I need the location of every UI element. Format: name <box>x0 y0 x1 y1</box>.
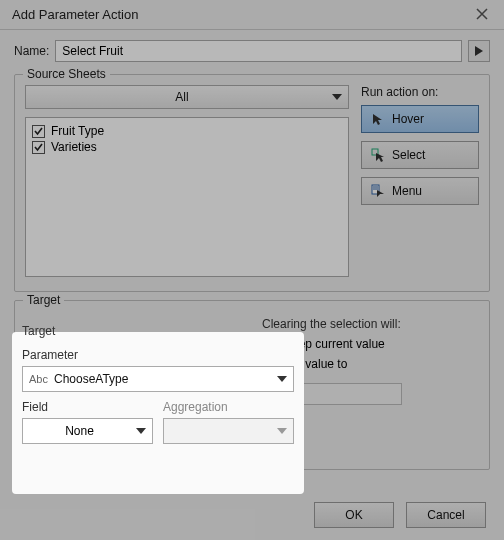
run-on-select-label: Select <box>392 148 425 162</box>
field-select[interactable]: None <box>22 418 153 444</box>
cursor-hover-icon <box>370 111 386 127</box>
name-row: Name: <box>14 40 490 62</box>
cursor-select-icon <box>370 147 386 163</box>
source-sheets-group: Source Sheets All Fruit Type <box>14 74 490 292</box>
close-icon[interactable] <box>468 2 496 27</box>
run-action-on-label: Run action on: <box>361 85 479 99</box>
run-on-hover-button[interactable]: Hover <box>361 105 479 133</box>
chevron-down-icon <box>277 426 287 436</box>
aggregation-label: Aggregation <box>163 400 294 414</box>
field-value: None <box>29 424 130 438</box>
window-title: Add Parameter Action <box>12 7 138 22</box>
chevron-down-icon <box>277 374 287 384</box>
aggregation-select <box>163 418 294 444</box>
name-label: Name: <box>14 44 49 58</box>
action-insert-button[interactable] <box>468 40 490 62</box>
chevron-down-icon <box>136 426 146 436</box>
checkbox-icon[interactable] <box>32 125 45 138</box>
run-on-menu-label: Menu <box>392 184 422 198</box>
name-input[interactable] <box>55 40 462 62</box>
parameter-label: Parameter <box>22 348 294 362</box>
sheet-label: Varieties <box>51 140 97 154</box>
target-legend-bg: Target <box>23 293 64 307</box>
field-label: Field <box>22 400 153 414</box>
chevron-down-icon <box>332 92 342 102</box>
parameter-value: ChooseAType <box>54 372 271 386</box>
target-group: Target Parameter Abc ChooseAType Field N… <box>12 332 304 494</box>
title-bar: Add Parameter Action <box>0 0 504 30</box>
ok-button[interactable]: OK <box>314 502 394 528</box>
sheet-checkbox-row[interactable]: Varieties <box>32 140 342 154</box>
run-on-menu-button[interactable]: Menu <box>361 177 479 205</box>
checkbox-icon[interactable] <box>32 141 45 154</box>
run-on-hover-label: Hover <box>392 112 424 126</box>
scope-select[interactable]: All <box>25 85 349 109</box>
ok-label: OK <box>345 508 362 522</box>
abc-icon: Abc <box>29 373 48 385</box>
cancel-label: Cancel <box>427 508 464 522</box>
cancel-button[interactable]: Cancel <box>406 502 486 528</box>
sheet-checkbox-row[interactable]: Fruit Type <box>32 124 342 138</box>
run-on-select-button[interactable]: Select <box>361 141 479 169</box>
scope-select-value: All <box>32 90 332 104</box>
clearing-label: Clearing the selection will: <box>262 317 479 331</box>
sheet-label: Fruit Type <box>51 124 104 138</box>
source-sheets-legend: Source Sheets <box>23 67 110 81</box>
svg-marker-0 <box>475 46 483 56</box>
target-legend: Target <box>22 324 55 338</box>
sheets-listbox[interactable]: Fruit Type Varieties <box>25 117 349 277</box>
parameter-select[interactable]: Abc ChooseAType <box>22 366 294 392</box>
cursor-menu-icon <box>370 183 386 199</box>
